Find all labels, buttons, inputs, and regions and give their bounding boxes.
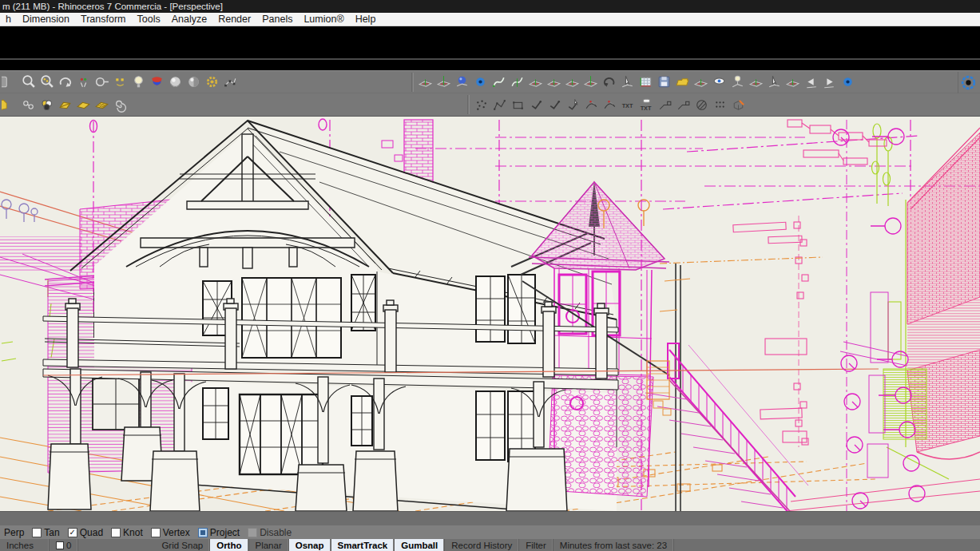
menu-item-lumion[interactable]: Lumion®: [298, 14, 349, 25]
menu-item-render[interactable]: Render: [212, 14, 256, 25]
menu-item-help[interactable]: Help: [350, 14, 382, 25]
surface-corner-icon[interactable]: [56, 95, 74, 114]
cplane-object-icon[interactable]: [453, 73, 471, 92]
cplane-named-icon[interactable]: [581, 73, 600, 92]
osnap-knot-checkbox[interactable]: [111, 528, 121, 537]
menu-item-panels[interactable]: Panels: [256, 14, 298, 25]
osnap-disable-checkbox[interactable]: [248, 528, 257, 537]
show-camera-icon[interactable]: [710, 73, 728, 92]
shaded-sphere-icon[interactable]: [166, 73, 184, 92]
text-dot-icon[interactable]: TXT: [637, 95, 656, 114]
leader2-icon[interactable]: [674, 95, 692, 114]
curve-cplane-icon[interactable]: [490, 73, 508, 92]
cplane-3pt-icon[interactable]: [434, 73, 453, 92]
cplane-previous-icon[interactable]: [692, 73, 710, 92]
perspective-viewport[interactable]: [0, 117, 980, 511]
adjust-handle-icon[interactable]: [582, 95, 601, 114]
osnap-knot[interactable]: Knot: [111, 527, 143, 538]
zoom-icon[interactable]: [19, 73, 38, 92]
osnap-project-checkbox[interactable]: [198, 528, 208, 537]
osnap-perp[interactable]: Perp: [0, 527, 24, 538]
undo-view-icon[interactable]: [600, 73, 618, 92]
osnap-tan[interactable]: Tan: [32, 527, 59, 538]
unit-pane[interactable]: Inches: [0, 539, 50, 551]
grid-options-icon[interactable]: [637, 73, 655, 92]
menu-item-dimension[interactable]: Dimension: [17, 14, 75, 25]
synchronize-views-icon[interactable]: [839, 73, 857, 92]
adjust-handle2-icon[interactable]: [601, 95, 619, 114]
status-pane-planar[interactable]: Planar: [249, 539, 289, 551]
curve-check-icon[interactable]: [527, 95, 546, 114]
pan-view-icon[interactable]: [93, 73, 111, 92]
annotate-cube-icon[interactable]: [729, 95, 748, 114]
rendered-sphere-icon[interactable]: [184, 73, 203, 92]
cplane-back-icon[interactable]: [802, 73, 820, 92]
status-pane-grid-snap[interactable]: Grid Snap: [155, 539, 210, 551]
settings-gear-icon[interactable]: [203, 73, 221, 92]
select-curve-icon[interactable]: [564, 95, 582, 114]
cplane-front-icon[interactable]: [545, 73, 563, 92]
window-title: m (211 MB) - Rhinoceros 7 Commercia - [P…: [2, 2, 223, 11]
camera-target-icon[interactable]: [111, 73, 129, 92]
partial-surface-icon[interactable]: [1, 95, 19, 114]
control-points-icon[interactable]: [221, 73, 240, 92]
menu-item-analyze[interactable]: Analyze: [166, 14, 212, 25]
status-pane-gumball[interactable]: Gumball: [395, 539, 445, 551]
status-pane-smarttrack[interactable]: SmartTrack: [331, 539, 395, 551]
display-mode-icon[interactable]: [148, 73, 166, 92]
cplane-top-icon[interactable]: [526, 73, 545, 92]
status-pane-osnap[interactable]: Osnap: [289, 539, 331, 551]
spiral-curve-icon[interactable]: [111, 95, 129, 114]
status-pane-filter[interactable]: Filter: [519, 539, 553, 551]
curve-tools-icon[interactable]: [19, 95, 38, 114]
menu-item-h[interactable]: h: [0, 14, 17, 25]
text-icon[interactable]: TXT: [619, 95, 637, 114]
surface-plane-icon[interactable]: [74, 95, 93, 114]
command-history[interactable]: [0, 26, 980, 58]
osnap-vertex-checkbox[interactable]: [151, 528, 161, 537]
status-pane-ortho[interactable]: Ortho: [210, 539, 248, 551]
open-cplane-icon[interactable]: [673, 73, 692, 92]
save-cplane-icon[interactable]: [655, 73, 673, 92]
viewport-canvas[interactable]: [0, 117, 980, 511]
pick-cplane-icon[interactable]: [618, 73, 637, 92]
osnap-disable[interactable]: Disable: [248, 527, 292, 538]
cplane-next-icon[interactable]: [820, 73, 839, 92]
layer-name: 0: [66, 541, 71, 550]
cplane-world-icon[interactable]: [416, 73, 434, 92]
status-pane-record-history[interactable]: Record History: [445, 539, 519, 551]
cplane-right-icon[interactable]: [563, 73, 581, 92]
cplane-rotate-icon[interactable]: [784, 73, 802, 92]
osnap-tan-checkbox[interactable]: [32, 528, 42, 537]
menu-item-transform[interactable]: Transform: [75, 14, 132, 25]
cplane-origin-icon[interactable]: [747, 73, 765, 92]
cplane-sphere-icon[interactable]: [471, 73, 490, 92]
point-cloud-icon[interactable]: [472, 95, 490, 114]
partial-icon[interactable]: [1, 73, 19, 92]
layer-pane[interactable]: 0: [50, 539, 78, 551]
osnap-quad-checkbox[interactable]: [68, 528, 77, 537]
hatch-icon[interactable]: [692, 95, 711, 114]
menu-item-tools[interactable]: Tools: [132, 14, 166, 25]
leader-icon[interactable]: [656, 95, 674, 114]
command-prompt[interactable]: [0, 60, 980, 70]
walkabout-icon[interactable]: [74, 73, 93, 92]
mesh-plane-icon[interactable]: [93, 95, 111, 114]
osnap-quad[interactable]: Quad: [68, 527, 103, 538]
title-bar[interactable]: m (211 MB) - Rhinoceros 7 Commercia - [P…: [0, 0, 980, 13]
layer-color-swatch[interactable]: [56, 541, 64, 549]
curve-check2-icon[interactable]: [546, 95, 564, 114]
rectangle-icon[interactable]: [509, 95, 527, 114]
select-cplane-icon[interactable]: [765, 73, 784, 92]
zoom-selected-icon[interactable]: [38, 73, 56, 92]
color-circles-icon[interactable]: [38, 95, 56, 114]
osnap-project[interactable]: Project: [198, 527, 240, 538]
polyline-icon[interactable]: [490, 95, 509, 114]
rotate-view-icon[interactable]: [56, 73, 74, 92]
lightbulb-icon[interactable]: [129, 73, 148, 92]
render-aperture-icon[interactable]: [959, 73, 978, 93]
curve-normal-icon[interactable]: [508, 73, 526, 92]
point-grid-icon[interactable]: [711, 95, 729, 114]
place-light-icon[interactable]: [728, 73, 747, 92]
osnap-vertex[interactable]: Vertex: [151, 527, 190, 538]
